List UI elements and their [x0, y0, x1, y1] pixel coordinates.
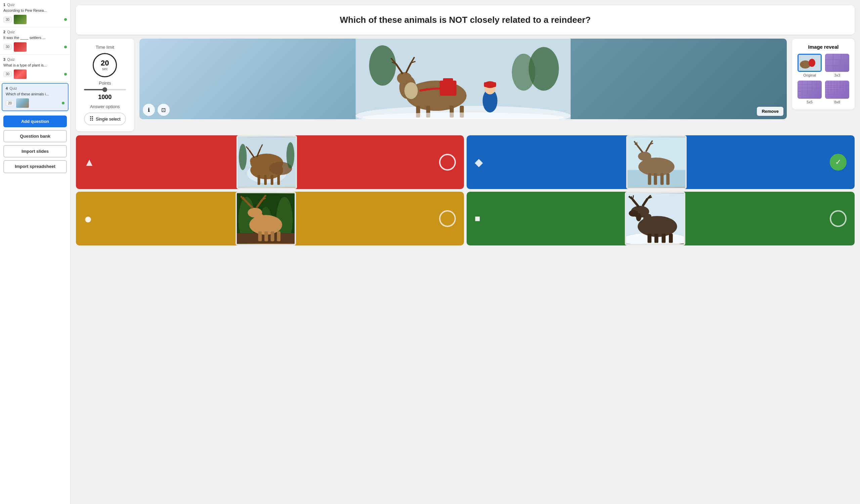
slider-thumb[interactable]: [102, 87, 107, 92]
quiz-dot-2: [64, 46, 67, 48]
image-info-button[interactable]: ℹ: [143, 104, 155, 116]
add-question-button[interactable]: Add question: [3, 116, 67, 127]
reveal-5x5[interactable]: 5x5: [798, 80, 822, 104]
answer-shape-2: ◆: [475, 156, 483, 168]
sidebar-item-2[interactable]: 2 Quiz It was the ____ settlers ... 30: [0, 27, 70, 55]
question-bank-button[interactable]: Question bank: [3, 130, 67, 143]
reveal-8x8[interactable]: 8x8: [825, 80, 849, 104]
answer-options-label: Answer options: [90, 104, 120, 109]
quiz-time-2: 30: [3, 44, 12, 50]
single-select-button[interactable]: ⠿ Single select: [84, 113, 126, 125]
time-circle[interactable]: 20 sec: [93, 53, 117, 77]
answer-card-3[interactable]: ●: [76, 192, 464, 246]
reindeer-svg: [140, 39, 787, 119]
answer-image-2: [626, 135, 687, 189]
sidebar-item-4[interactable]: 4 Quiz Which of these animals i... 20: [2, 83, 69, 111]
reveal-8x8-label: 8x8: [834, 100, 840, 104]
svg-point-1: [369, 45, 396, 86]
time-unit: sec: [102, 67, 108, 71]
time-limit-label: Time limit: [96, 45, 114, 50]
answer-circle-1: [439, 154, 456, 171]
reveal-options-grid: Original 3x3: [798, 54, 849, 104]
quiz-num-4: 4: [6, 86, 8, 90]
quiz-type-2: Quiz: [7, 30, 15, 34]
quiz-title-2: It was the ____ settlers ...: [3, 35, 67, 40]
main-image-area: ℹ ⊡ Remove: [140, 39, 787, 119]
left-controls-panel: Time limit 20 sec Points 1000 Answer opt…: [76, 39, 134, 131]
remove-image-button[interactable]: Remove: [757, 107, 784, 116]
time-value: 20: [101, 59, 109, 67]
reveal-original-label: Original: [803, 73, 816, 77]
image-reveal-panel: Image reveal Original: [792, 39, 855, 109]
points-slider-row: [84, 89, 126, 90]
svg-rect-97: [655, 234, 658, 243]
image-crop-button[interactable]: ⊡: [158, 104, 170, 116]
quiz-dot-4: [62, 102, 64, 104]
svg-rect-98: [661, 234, 665, 243]
quiz-type-3: Quiz: [7, 57, 15, 61]
answer-card-1[interactable]: ▲: [76, 135, 464, 189]
import-spreadsheet-button[interactable]: Import spreadsheet: [3, 160, 67, 173]
image-icon: ⊡: [161, 107, 166, 113]
slider-fill: [84, 89, 105, 90]
answer-circle-3: [439, 210, 456, 227]
question-title-box: Which of these animals is NOT closely re…: [76, 5, 855, 34]
controls-row: Time limit 20 sec Points 1000 Answer opt…: [76, 39, 855, 131]
points-label: Points: [99, 80, 111, 86]
reveal-original-thumb: [798, 54, 822, 72]
points-value: 1000: [98, 94, 112, 101]
quiz-title-1: According to Pew Resea...: [3, 8, 67, 13]
quiz-title-3: What is a type of plant is...: [3, 63, 67, 68]
answer-card-2[interactable]: ◆: [467, 135, 855, 189]
svg-point-11: [397, 72, 412, 84]
quiz-num-1: 1: [3, 3, 5, 7]
svg-point-38: [250, 156, 262, 165]
reindeer-image: ℹ ⊡ Remove: [140, 39, 787, 119]
quiz-num-2: 2: [3, 30, 5, 34]
image-reveal-title: Image reveal: [798, 44, 849, 50]
quiz-time-1: 30: [3, 17, 12, 23]
quiz-dot-3: [64, 73, 67, 76]
points-slider-track[interactable]: [84, 89, 126, 90]
quiz-title-4: Which of these animals i...: [6, 92, 64, 97]
svg-rect-34: [258, 175, 260, 185]
answer-card-4[interactable]: ■: [467, 192, 855, 246]
svg-point-28: [808, 59, 815, 67]
import-slides-button[interactable]: Import slides: [3, 145, 67, 158]
answer-shape-1: ▲: [84, 156, 95, 168]
reveal-3x3[interactable]: 3x3: [825, 54, 849, 77]
svg-rect-77: [258, 231, 262, 241]
quiz-type-1: Quiz: [7, 3, 15, 7]
svg-rect-58: [648, 173, 651, 185]
svg-rect-78: [264, 231, 268, 241]
info-icon: ℹ: [148, 107, 150, 113]
svg-rect-79: [270, 231, 274, 241]
answer-circle-2: ✓: [830, 154, 847, 171]
answers-grid: ▲: [76, 135, 855, 246]
svg-point-69: [247, 208, 262, 218]
answer-image-4: [625, 192, 685, 246]
svg-point-45: [287, 142, 294, 168]
quiz-thumb-4: [16, 99, 29, 108]
quiz-time-3: 30: [3, 71, 12, 77]
quiz-dot-1: [64, 18, 67, 21]
svg-line-91: [633, 195, 633, 200]
svg-rect-19: [440, 80, 456, 96]
svg-point-44: [239, 144, 247, 170]
answer-shape-4: ■: [475, 213, 481, 224]
main-content: Which of these animals is NOT closely re…: [71, 0, 860, 504]
quiz-type-4: Quiz: [10, 86, 17, 90]
svg-point-95: [636, 213, 641, 221]
sidebar: 1 Quiz According to Pew Resea... 30 2 Qu…: [0, 0, 71, 504]
reveal-original[interactable]: Original: [798, 54, 822, 77]
reveal-3x3-label: 3x3: [834, 73, 840, 77]
single-select-label: Single select: [96, 117, 120, 121]
quiz-thumb-2: [14, 42, 27, 52]
sidebar-item-3[interactable]: 3 Quiz What is a type of plant is... 30: [0, 55, 70, 82]
answer-shape-3: ●: [84, 211, 92, 226]
sidebar-item-1[interactable]: 1 Quiz According to Pew Resea... 30: [0, 0, 70, 27]
answer-image-1: [236, 135, 297, 189]
question-text: Which of these animals is NOT closely re…: [340, 15, 591, 25]
svg-rect-37: [277, 175, 280, 185]
answer-image-3: [235, 192, 296, 246]
